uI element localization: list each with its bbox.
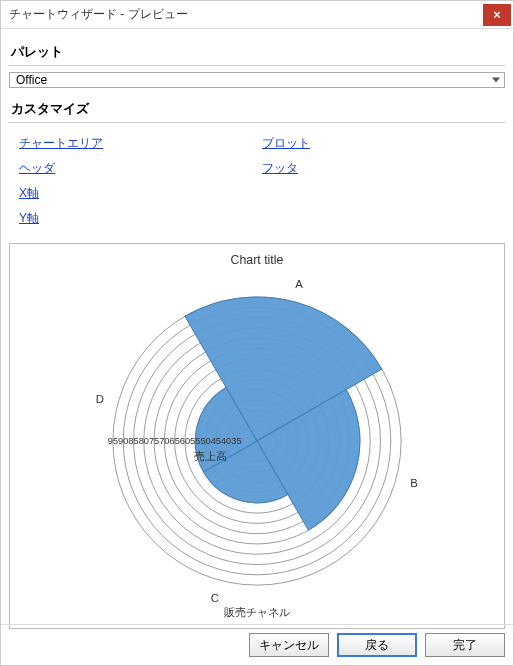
close-icon: × <box>493 8 500 22</box>
svg-text:55: 55 <box>190 436 200 446</box>
svg-text:35: 35 <box>231 436 241 446</box>
palette-value: Office <box>16 73 47 87</box>
svg-text:販売チャネル: 販売チャネル <box>224 606 290 618</box>
svg-text:75: 75 <box>149 436 159 446</box>
svg-text:70: 70 <box>159 436 169 446</box>
back-button[interactable]: 戻る <box>337 633 417 657</box>
button-row: キャンセル 戻る 完了 <box>1 624 513 665</box>
chevron-down-icon <box>492 78 500 83</box>
cancel-button[interactable]: キャンセル <box>249 633 329 657</box>
link-x-axis[interactable]: X軸 <box>19 185 39 202</box>
link-header[interactable]: ヘッダ <box>19 160 55 177</box>
link-y-axis[interactable]: Y軸 <box>19 210 39 227</box>
svg-text:A: A <box>295 278 303 290</box>
customize-links: チャートエリア ヘッダ X軸 Y軸 プロット フッタ <box>9 135 505 227</box>
svg-text:40: 40 <box>221 436 231 446</box>
content-panel: パレット Office カスタマイズ チャートエリア ヘッダ X軸 Y軸 プロッ… <box>1 29 513 624</box>
link-plot[interactable]: プロット <box>262 135 310 152</box>
titlebar: チャートウィザード - プレビュー × <box>1 1 513 29</box>
svg-text:Chart title: Chart title <box>231 253 284 267</box>
close-button[interactable]: × <box>483 4 511 26</box>
customize-label: カスタマイズ <box>9 94 505 123</box>
link-footer[interactable]: フッタ <box>262 160 298 177</box>
svg-text:D: D <box>96 393 104 405</box>
svg-text:65: 65 <box>170 436 180 446</box>
window-title: チャートウィザード - プレビュー <box>9 6 483 23</box>
svg-text:45: 45 <box>211 436 221 446</box>
svg-text:85: 85 <box>128 436 138 446</box>
svg-text:80: 80 <box>139 436 149 446</box>
svg-text:50: 50 <box>200 436 210 446</box>
chart-svg: Chart titleABCD3540455055606570758085909… <box>10 244 504 628</box>
svg-text:B: B <box>410 477 418 489</box>
svg-text:C: C <box>211 592 219 604</box>
link-chart-area[interactable]: チャートエリア <box>19 135 103 152</box>
palette-label: パレット <box>9 37 505 66</box>
svg-text:60: 60 <box>180 436 190 446</box>
finish-button[interactable]: 完了 <box>425 633 505 657</box>
svg-text:90: 90 <box>118 436 128 446</box>
svg-text:95: 95 <box>108 436 118 446</box>
svg-text:売上高: 売上高 <box>194 450 227 462</box>
links-col-right: プロット フッタ <box>262 135 505 227</box>
links-col-left: チャートエリア ヘッダ X軸 Y軸 <box>19 135 262 227</box>
chart-preview: Chart titleABCD3540455055606570758085909… <box>9 243 505 629</box>
palette-select[interactable]: Office <box>9 72 505 88</box>
